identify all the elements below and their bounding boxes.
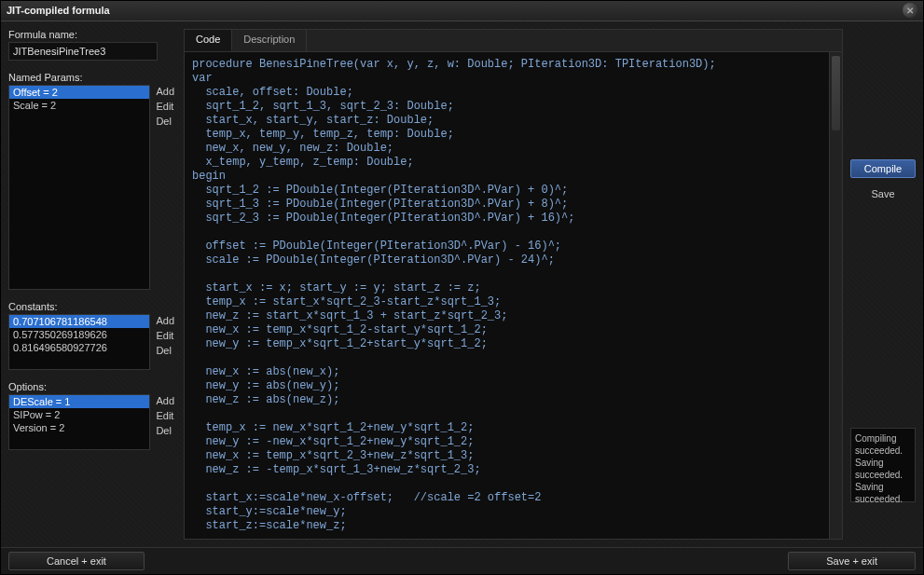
named-params-list[interactable]: Offset = 2Scale = 2 — [8, 85, 150, 290]
window-title: JIT-compiled formula — [7, 5, 110, 16]
constants-del-button[interactable]: Del — [154, 344, 176, 357]
options-list[interactable]: DEScale = 1SIPow = 2Version = 2 — [8, 394, 150, 450]
code-content[interactable]: procedure BenesiPineTree(var x, y, z, w:… — [185, 52, 842, 539]
editor-panel: Code Description procedure BenesiPineTre… — [184, 29, 843, 540]
named-params-label: Named Params: — [8, 72, 176, 83]
formula-name-label: Formula name: — [8, 29, 176, 40]
tab-description[interactable]: Description — [232, 30, 307, 51]
options-add-button[interactable]: Add — [154, 394, 176, 407]
code-editor[interactable]: procedure BenesiPineTree(var x, y, z, w:… — [185, 52, 842, 539]
named-params-section: Named Params: Offset = 2Scale = 2 Add Ed… — [8, 72, 176, 290]
options-section: Options: DEScale = 1SIPow = 2Version = 2… — [8, 381, 176, 450]
list-item[interactable]: DEScale = 1 — [9, 395, 149, 408]
list-item[interactable]: 0.816496580927726 — [9, 341, 149, 354]
list-item[interactable]: Offset = 2 — [9, 86, 149, 99]
footer: Cancel + exit Save + exit — [1, 547, 923, 575]
params-edit-button[interactable]: Edit — [154, 100, 176, 113]
options-edit-button[interactable]: Edit — [154, 409, 176, 422]
list-item[interactable]: Scale = 2 — [9, 99, 149, 112]
params-add-button[interactable]: Add — [154, 85, 176, 98]
list-item[interactable]: 0.577350269189626 — [9, 328, 149, 341]
save-button[interactable]: Save — [850, 185, 916, 202]
list-item[interactable]: Version = 2 — [9, 421, 149, 434]
left-panel: Formula name: Named Params: Offset = 2Sc… — [8, 29, 176, 540]
cancel-exit-button[interactable]: Cancel + exit — [8, 552, 145, 571]
close-icon[interactable]: ✕ — [903, 3, 917, 18]
save-exit-button[interactable]: Save + exit — [788, 552, 916, 571]
formula-name-section: Formula name: — [8, 29, 176, 61]
window: JIT-compiled formula ✕ Formula name: Nam… — [0, 0, 924, 575]
constants-section: Constants: 0.7071067811865480.5773502691… — [8, 301, 176, 370]
vertical-scrollbar[interactable] — [829, 52, 842, 539]
list-item[interactable]: SIPow = 2 — [9, 408, 149, 421]
status-log: Compiling succeeded. Saving succeeded. S… — [850, 428, 916, 502]
params-del-button[interactable]: Del — [154, 115, 176, 128]
constants-list[interactable]: 0.7071067811865480.5773502691896260.8164… — [8, 314, 150, 370]
tabs: Code Description — [185, 30, 842, 52]
constants-edit-button[interactable]: Edit — [154, 329, 176, 342]
titlebar: JIT-compiled formula ✕ — [1, 1, 923, 21]
body: Formula name: Named Params: Offset = 2Sc… — [1, 21, 923, 547]
compile-button[interactable]: Compile — [850, 159, 916, 178]
constants-label: Constants: — [8, 301, 176, 312]
scrollbar-thumb[interactable] — [832, 56, 840, 130]
right-panel: Compile Save Compiling succeeded. Saving… — [850, 29, 916, 540]
options-del-button[interactable]: Del — [154, 424, 176, 437]
formula-name-input[interactable] — [8, 42, 158, 61]
tab-code[interactable]: Code — [185, 30, 232, 51]
constants-add-button[interactable]: Add — [154, 314, 176, 327]
list-item[interactable]: 0.707106781186548 — [9, 315, 149, 328]
options-label: Options: — [8, 381, 176, 392]
